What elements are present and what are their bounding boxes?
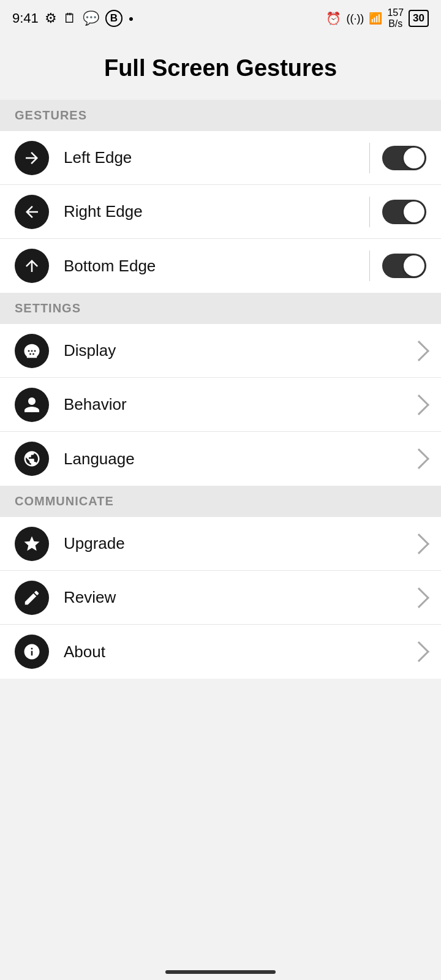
language-item[interactable]: Language <box>0 432 441 486</box>
alarm-icon: ⏰ <box>326 11 341 26</box>
communicate-section-header: COMMUNICATE <box>0 486 441 517</box>
right-edge-item[interactable]: Right Edge <box>0 185 441 239</box>
divider <box>369 251 370 281</box>
chevron-right-icon <box>409 448 429 469</box>
home-indicator <box>165 970 276 974</box>
right-edge-label: Right Edge <box>64 202 369 221</box>
status-bar: 9:41 ⚙ 🗒 💬 B ● ⏰ ((·)) 📶 157B/s 30 <box>0 0 441 37</box>
review-item[interactable]: Review <box>0 571 441 625</box>
bottom-edge-toggle[interactable] <box>382 254 426 278</box>
review-label: Review <box>64 588 412 607</box>
dot-icon: ● <box>129 13 134 23</box>
battery-icon: 30 <box>409 10 429 27</box>
toggle-knob <box>404 148 424 168</box>
arrow-right-icon <box>15 141 49 175</box>
settings-section: SETTINGS Display Behavior Language <box>0 293 441 486</box>
chevron-right-icon <box>409 394 429 415</box>
status-right: ⏰ ((·)) 📶 157B/s 30 <box>326 7 429 29</box>
divider <box>369 197 370 227</box>
left-edge-label: Left Edge <box>64 148 369 167</box>
arrow-left-icon <box>15 195 49 229</box>
language-label: Language <box>64 450 412 469</box>
star-icon <box>15 527 49 561</box>
wifi-icon: ((·)) <box>346 12 364 25</box>
behavior-item[interactable]: Behavior <box>0 378 441 432</box>
gestures-list: Left Edge Right Edge Bottom Edge <box>0 131 441 293</box>
chevron-right-icon <box>409 587 429 608</box>
communicate-section: COMMUNICATE Upgrade Review About <box>0 486 441 679</box>
display-item[interactable]: Display <box>0 324 441 378</box>
upgrade-label: Upgrade <box>64 534 412 553</box>
settings-list: Display Behavior Language <box>0 324 441 486</box>
clipboard-icon: 🗒 <box>63 10 77 26</box>
bottom-edge-item[interactable]: Bottom Edge <box>0 239 441 293</box>
left-edge-item[interactable]: Left Edge <box>0 131 441 185</box>
settings-section-header: SETTINGS <box>0 293 441 324</box>
display-label: Display <box>64 341 412 360</box>
globe-icon <box>15 442 49 476</box>
palette-icon <box>15 334 49 368</box>
person-icon <box>15 388 49 422</box>
time: 9:41 <box>12 10 39 26</box>
page-title: Full Screen Gestures <box>0 37 441 100</box>
bottom-edge-label: Bottom Edge <box>64 257 369 276</box>
toggle-knob <box>404 202 424 222</box>
chevron-right-icon <box>409 533 429 554</box>
chevron-right-icon <box>409 341 429 361</box>
gestures-section-header: GESTURES <box>0 100 441 131</box>
messenger-icon: 💬 <box>83 10 99 26</box>
left-edge-toggle[interactable] <box>382 146 426 170</box>
behavior-label: Behavior <box>64 395 412 414</box>
signal-icon: 📶 <box>369 12 382 25</box>
gestures-section: GESTURES Left Edge Right Edge <box>0 100 441 293</box>
bottom-space <box>0 679 441 862</box>
gear-icon: ⚙ <box>45 10 57 26</box>
b-icon: B <box>105 10 123 27</box>
communicate-list: Upgrade Review About <box>0 517 441 679</box>
network-speed: 157B/s <box>387 7 404 29</box>
divider <box>369 143 370 173</box>
edit-icon <box>15 581 49 615</box>
chevron-right-icon <box>409 641 429 662</box>
arrow-up-icon <box>15 249 49 283</box>
upgrade-item[interactable]: Upgrade <box>0 517 441 571</box>
status-left: 9:41 ⚙ 🗒 💬 B ● <box>12 10 134 27</box>
right-edge-toggle[interactable] <box>382 200 426 224</box>
about-item[interactable]: About <box>0 625 441 679</box>
toggle-knob <box>404 255 424 276</box>
info-icon <box>15 635 49 669</box>
about-label: About <box>64 643 412 662</box>
